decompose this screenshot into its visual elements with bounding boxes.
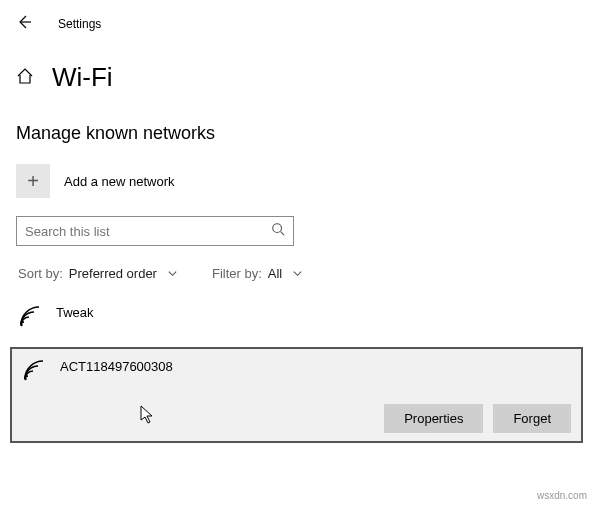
add-network-label: Add a new network xyxy=(64,174,175,189)
properties-button[interactable]: Properties xyxy=(384,404,483,433)
page-subtitle: Manage known networks xyxy=(0,101,593,152)
filter-label: Filter by: xyxy=(212,266,262,281)
sort-value: Preferred order xyxy=(69,266,157,281)
network-item-selected[interactable]: ACT118497600308 Properties Forget xyxy=(10,347,583,443)
svg-point-1 xyxy=(20,324,22,326)
search-input[interactable] xyxy=(25,224,271,239)
search-box[interactable] xyxy=(16,216,294,246)
search-icon[interactable] xyxy=(271,222,285,240)
sort-label: Sort by: xyxy=(18,266,63,281)
app-title: Settings xyxy=(58,17,101,31)
wifi-icon xyxy=(22,357,46,387)
forget-button[interactable]: Forget xyxy=(493,404,571,433)
network-name: ACT118497600308 xyxy=(60,357,173,387)
watermark: wsxdn.com xyxy=(537,490,587,501)
filter-by-dropdown[interactable]: Filter by: All xyxy=(212,266,303,281)
page-title: Wi-Fi xyxy=(52,62,113,93)
back-icon[interactable] xyxy=(16,14,32,34)
chevron-down-icon xyxy=(292,268,303,279)
svg-point-2 xyxy=(24,378,26,380)
network-name: Tweak xyxy=(56,303,94,320)
chevron-down-icon xyxy=(167,268,178,279)
home-icon[interactable] xyxy=(16,67,34,89)
filter-value: All xyxy=(268,266,282,281)
cursor-icon xyxy=(140,405,156,429)
plus-icon[interactable]: + xyxy=(16,164,50,198)
network-item[interactable]: Tweak xyxy=(10,299,583,339)
sort-by-dropdown[interactable]: Sort by: Preferred order xyxy=(18,266,178,281)
wifi-icon xyxy=(18,303,42,333)
svg-point-0 xyxy=(273,224,282,233)
add-network-row[interactable]: + Add a new network xyxy=(0,152,593,206)
